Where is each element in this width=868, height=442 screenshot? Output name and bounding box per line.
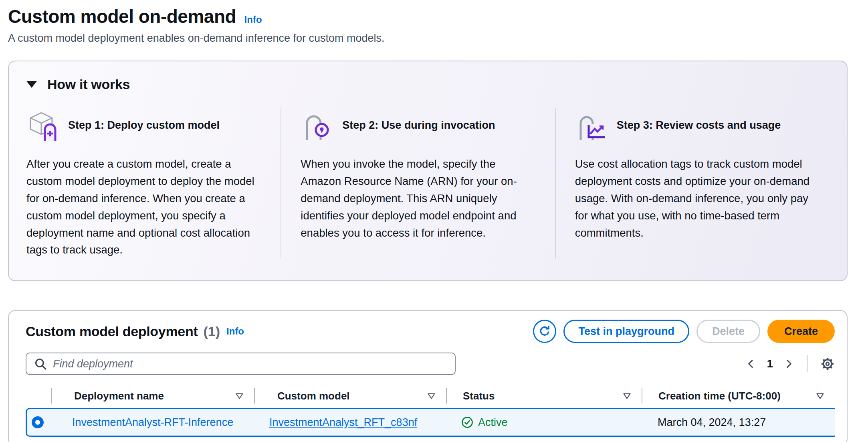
sort-icon[interactable] — [816, 393, 824, 399]
page-title: Custom model on-demand — [8, 6, 236, 27]
page: Custom model on-demand Info A custom mod… — [0, 0, 868, 442]
create-button[interactable]: Create — [767, 320, 835, 343]
refresh-button[interactable] — [533, 320, 556, 343]
caret-down-icon — [26, 81, 37, 88]
deploy-model-icon — [26, 109, 59, 142]
deployments-title: Custom model deployment — [26, 324, 198, 339]
previous-page-button[interactable] — [746, 359, 756, 369]
pagination: 1 — [746, 355, 835, 372]
costs-usage-icon — [575, 109, 607, 142]
refresh-icon — [538, 325, 551, 338]
column-header-creation-time[interactable]: Creation time (UTC-8:00) — [642, 388, 835, 403]
creation-time-cell: March 04, 2024, 13:27 — [642, 416, 835, 429]
step-3-body: Use cost allocation tags to track custom… — [575, 156, 812, 241]
deployments-panel: Custom model deployment (1) Info Test in… — [8, 310, 848, 442]
step-1-title: Step 1: Deploy custom model — [68, 119, 220, 132]
table-row[interactable]: InvestmentAnalyst-RFT-Inference Investme… — [26, 408, 835, 437]
step-3-column: Step 3: Review costs and usage Use cost … — [555, 108, 829, 259]
status-badge: Active — [478, 416, 508, 429]
settings-gear-icon — [820, 357, 835, 371]
how-it-works-title: How it works — [47, 77, 130, 92]
current-page[interactable]: 1 — [767, 357, 773, 370]
invocation-icon — [301, 109, 333, 142]
table-settings-button[interactable] — [820, 357, 835, 371]
delete-button[interactable]: Delete — [696, 320, 760, 343]
column-header-status[interactable]: Status — [446, 388, 642, 403]
column-header-custom-model[interactable]: Custom model — [254, 388, 446, 403]
test-in-playground-button[interactable]: Test in playground — [563, 320, 689, 343]
column-header-deployment-name[interactable]: Deployment name — [51, 388, 254, 403]
search-input[interactable] — [53, 358, 448, 370]
sort-icon[interactable] — [427, 393, 436, 399]
step-1-body: After you create a custom model, create … — [26, 156, 264, 259]
step-2-column: Step 2: Use during invocation When you i… — [281, 108, 555, 259]
select-all-header — [26, 388, 51, 403]
check-circle-icon — [461, 416, 473, 428]
search-icon — [34, 357, 47, 371]
how-it-works-toggle[interactable]: How it works — [26, 77, 829, 92]
sort-icon[interactable] — [623, 393, 631, 399]
page-subtitle: A custom model deployment enables on-dem… — [8, 32, 848, 45]
divider — [807, 355, 807, 372]
custom-model-link[interactable]: InvestmentAnalyst_RFT_c83nf — [269, 416, 417, 429]
table-header-row: Deployment name Custom model Status — [26, 384, 835, 408]
deployments-info-link[interactable]: Info — [226, 326, 244, 337]
page-info-link[interactable]: Info — [244, 14, 262, 25]
how-it-works-panel: How it works — [8, 61, 848, 281]
step-2-body: When you invoke the model, specify the A… — [301, 156, 538, 241]
how-it-works-columns: Step 1: Deploy custom model After you cr… — [26, 108, 829, 259]
deployment-name-link[interactable]: InvestmentAnalyst-RFT-Inference — [72, 416, 233, 429]
step-3-title: Step 3: Review costs and usage — [617, 119, 781, 132]
sort-icon[interactable] — [235, 393, 244, 399]
chevron-left-icon — [746, 359, 756, 369]
step-2-title: Step 2: Use during invocation — [342, 119, 495, 132]
page-header: Custom model on-demand Info A custom mod… — [8, 6, 848, 45]
chevron-right-icon — [783, 359, 794, 369]
deployments-table: Deployment name Custom model Status — [26, 384, 835, 437]
next-page-button[interactable] — [783, 359, 794, 369]
search-box[interactable] — [26, 353, 456, 375]
deployments-count: (1) — [203, 324, 220, 339]
row-radio-selected[interactable] — [32, 416, 44, 428]
step-1-column: Step 1: Deploy custom model After you cr… — [26, 108, 281, 259]
